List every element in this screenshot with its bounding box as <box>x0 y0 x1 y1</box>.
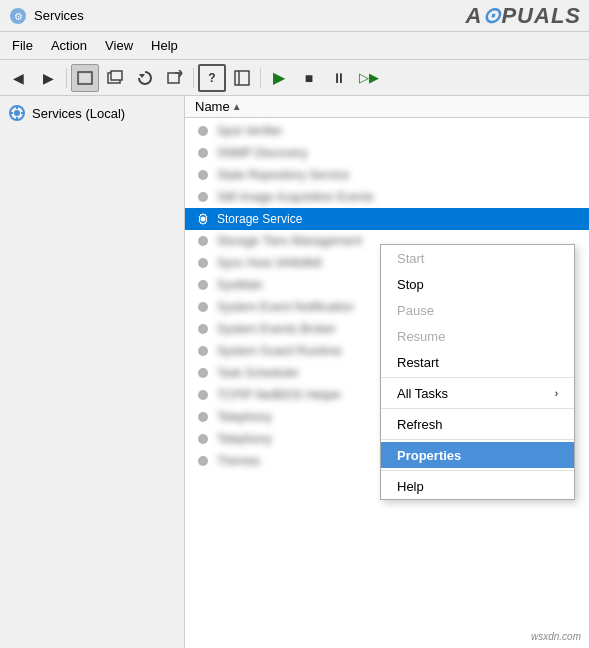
help-toolbar-button[interactable]: ? <box>198 64 226 92</box>
ctx-properties-label: Properties <box>397 448 461 463</box>
export-button[interactable] <box>161 64 189 92</box>
service-icon <box>195 299 211 315</box>
service-name: Spot Verifier <box>217 124 282 138</box>
ctx-sep-1 <box>381 377 574 378</box>
service-name: Sync Host 344b9b9 <box>217 256 322 270</box>
ctx-sep-4 <box>381 470 574 471</box>
list-item[interactable]: Still Image Acquisition Events <box>185 186 589 208</box>
service-icon <box>195 233 211 249</box>
menu-action[interactable]: Action <box>43 35 95 56</box>
svg-point-28 <box>198 324 208 334</box>
menu-help[interactable]: Help <box>143 35 186 56</box>
resume-button[interactable]: ▷▶ <box>355 64 383 92</box>
ctx-properties[interactable]: Properties <box>381 442 574 468</box>
services-local-icon <box>8 104 26 122</box>
forward-button[interactable]: ▶ <box>34 64 62 92</box>
svg-rect-3 <box>80 74 90 82</box>
storage-service-label: Storage Service <box>217 212 302 226</box>
svg-rect-7 <box>168 73 179 83</box>
service-name: Telephony <box>217 432 272 446</box>
svg-point-31 <box>198 390 208 400</box>
ctx-stop[interactable]: Stop <box>381 271 574 297</box>
service-gear-icon <box>195 211 211 227</box>
svg-point-33 <box>198 434 208 444</box>
refresh-toolbar-button[interactable] <box>131 64 159 92</box>
properties-toolbar-button[interactable] <box>228 64 256 92</box>
svg-rect-5 <box>111 71 122 80</box>
svg-point-24 <box>198 236 208 246</box>
service-icon <box>195 387 211 403</box>
service-name: Task Scheduler <box>217 366 299 380</box>
ctx-start-label: Start <box>397 251 424 266</box>
stop-button[interactable]: ■ <box>295 64 323 92</box>
toolbar-sep-2 <box>193 68 194 88</box>
ctx-all-tasks-label: All Tasks <box>397 386 448 401</box>
svg-point-21 <box>198 170 208 180</box>
list-item[interactable]: SNMP Discovery <box>185 142 589 164</box>
svg-marker-6 <box>139 74 145 78</box>
svg-point-22 <box>198 192 208 202</box>
svg-point-34 <box>198 456 208 466</box>
svg-point-32 <box>198 412 208 422</box>
title-bar: ⚙ Services A⊙PUALS <box>0 0 589 32</box>
window-title: Services <box>34 8 84 23</box>
service-name: SNMP Discovery <box>217 146 307 160</box>
service-name: Themes <box>217 454 260 468</box>
menu-file[interactable]: File <box>4 35 41 56</box>
right-panel: Name ▲ Spot Verifier SNMP Discovery <box>185 96 589 648</box>
column-header: Name ▲ <box>185 96 589 118</box>
ctx-sep-3 <box>381 439 574 440</box>
list-item[interactable]: State Repository Service <box>185 164 589 186</box>
svg-point-14 <box>14 110 20 116</box>
service-icon <box>195 343 211 359</box>
toolbar: ◀ ▶ ? ▶ ■ ⏸ ▷▶ <box>0 60 589 96</box>
service-icon <box>195 145 211 161</box>
service-icon <box>195 365 211 381</box>
service-name: Storage Tiers Management <box>217 234 362 248</box>
main-area: Services (Local) Name ▲ Spot Verifier SN… <box>0 96 589 648</box>
toolbar-sep-1 <box>66 68 67 88</box>
new-window-button[interactable] <box>101 64 129 92</box>
ctx-resume[interactable]: Resume <box>381 323 574 349</box>
storage-service-item[interactable]: Storage Service <box>185 208 589 230</box>
service-name: System Guard Runtime <box>217 344 342 358</box>
service-name: Telephony <box>217 410 272 424</box>
service-icon <box>195 431 211 447</box>
service-icon <box>195 277 211 293</box>
svg-point-20 <box>198 148 208 158</box>
watermark: wsxdn.com <box>531 631 581 642</box>
svg-point-29 <box>198 346 208 356</box>
pause-button[interactable]: ⏸ <box>325 64 353 92</box>
back-button[interactable]: ◀ <box>4 64 32 92</box>
ctx-pause-label: Pause <box>397 303 434 318</box>
service-name: State Repository Service <box>217 168 349 182</box>
ctx-help[interactable]: Help <box>381 473 574 499</box>
service-icon <box>195 321 211 337</box>
ctx-start[interactable]: Start <box>381 245 574 271</box>
ctx-stop-label: Stop <box>397 277 424 292</box>
ctx-restart[interactable]: Restart <box>381 349 574 375</box>
svg-point-27 <box>198 302 208 312</box>
ctx-all-tasks[interactable]: All Tasks › <box>381 380 574 406</box>
menu-view[interactable]: View <box>97 35 141 56</box>
menu-bar: File Action View Help <box>0 32 589 60</box>
list-item[interactable]: Spot Verifier <box>185 120 589 142</box>
app-icon: ⚙ <box>8 6 28 26</box>
show-console-button[interactable] <box>71 64 99 92</box>
ctx-sep-2 <box>381 408 574 409</box>
service-icon <box>195 167 211 183</box>
service-icon <box>195 189 211 205</box>
service-name: System Events Broker <box>217 322 336 336</box>
service-icon <box>195 123 211 139</box>
column-name-label: Name <box>195 99 230 114</box>
svg-point-30 <box>198 368 208 378</box>
ctx-pause[interactable]: Pause <box>381 297 574 323</box>
play-button[interactable]: ▶ <box>265 64 293 92</box>
svg-point-26 <box>198 280 208 290</box>
ctx-refresh-label: Refresh <box>397 417 443 432</box>
ctx-refresh[interactable]: Refresh <box>381 411 574 437</box>
service-name: SysMain <box>217 278 263 292</box>
services-local-item[interactable]: Services (Local) <box>0 100 184 126</box>
service-icon <box>195 453 211 469</box>
ctx-help-label: Help <box>397 479 424 494</box>
